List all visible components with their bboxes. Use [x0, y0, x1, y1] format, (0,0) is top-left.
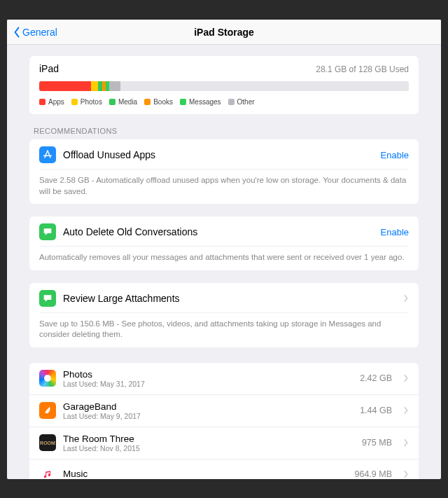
swatch-icon [109, 99, 115, 105]
garageband-icon [39, 402, 56, 419]
storage-summary: iPad 28.1 GB of 128 GB Used AppsPhotosMe… [29, 56, 419, 114]
device-name: iPad [39, 63, 59, 74]
recommendation-header: Offload Unused AppsEnable [29, 139, 419, 169]
app-info: The Room ThreeLast Used: Nov 8, 2015 [63, 434, 355, 452]
legend-item-media: Media [109, 98, 137, 106]
swatch-icon [71, 99, 78, 105]
swatch-icon [180, 99, 186, 105]
app-last-used: Last Used: Nov 8, 2015 [63, 444, 355, 452]
app-size: 964.9 MB [354, 469, 392, 479]
app-name: GarageBand [63, 401, 353, 412]
chevron-right-icon [403, 374, 409, 382]
recommendation-2: Review Large AttachmentsSave up to 150.6… [29, 283, 419, 347]
app-info: Music [63, 469, 347, 479]
recommendation-body: Save 2.58 GB - Automatically offload unu… [39, 169, 409, 204]
photos-icon [39, 370, 56, 387]
chevron-right-icon [403, 294, 409, 303]
bar-segment-other [109, 81, 120, 91]
messages-icon [39, 290, 56, 307]
app-info: GarageBandLast Used: May 9, 2017 [63, 401, 353, 420]
swatch-icon [144, 99, 150, 105]
enable-button[interactable]: Enable [381, 227, 409, 237]
chevron-left-icon [13, 27, 21, 38]
legend-label: Media [118, 98, 137, 106]
recommendation-body: Save up to 150.6 MB - See photos, videos… [39, 312, 409, 347]
recommendation-0: Offload Unused AppsEnableSave 2.58 GB - … [29, 139, 419, 204]
room-icon: ROOM [39, 434, 56, 451]
app-row-music[interactable]: Music964.9 MB [29, 459, 419, 479]
app-info: PhotosLast Used: May 31, 2017 [63, 369, 353, 388]
back-label: General [22, 27, 57, 38]
messages-icon [39, 223, 56, 240]
section-recommendations: RECOMMENDATIONS [34, 127, 419, 135]
app-name: Photos [63, 369, 353, 380]
chevron-right-icon [403, 470, 409, 478]
app-name: Music [63, 469, 347, 479]
app-last-used: Last Used: May 9, 2017 [63, 412, 353, 420]
recommendation-title: Auto Delete Old Conversations [63, 226, 374, 237]
app-last-used: Last Used: May 31, 2017 [63, 380, 353, 388]
legend-item-apps: Apps [39, 98, 64, 106]
apps-list: PhotosLast Used: May 31, 20172.42 GBGara… [29, 363, 419, 479]
nav-bar: General iPad Storage [7, 20, 441, 45]
bar-segment-photos [91, 81, 99, 91]
recommendation-header: Auto Delete Old ConversationsEnable [29, 216, 419, 246]
legend-item-other: Other [228, 98, 255, 106]
legend-item-books: Books [144, 98, 173, 106]
appstore-icon [39, 146, 56, 163]
app-row-photos[interactable]: PhotosLast Used: May 31, 20172.42 GB [29, 363, 419, 394]
chevron-right-icon [403, 438, 409, 447]
storage-usage: 28.1 GB of 128 GB Used [316, 64, 409, 74]
back-button[interactable]: General [7, 27, 57, 38]
storage-bar [39, 81, 409, 91]
chevron-right-icon [403, 406, 409, 415]
music-icon [39, 466, 56, 479]
recommendation-title: Offload Unused Apps [63, 149, 374, 160]
bar-segment-apps [39, 81, 91, 91]
recommendation-1: Auto Delete Old ConversationsEnableAutom… [29, 216, 419, 270]
app-size: 1.44 GB [360, 406, 392, 415]
recommendation-title: Review Large Attachments [63, 293, 396, 304]
legend-label: Photos [80, 98, 102, 106]
legend-label: Messages [189, 98, 221, 106]
legend-label: Other [237, 98, 255, 106]
recommendation-header[interactable]: Review Large Attachments [29, 283, 419, 312]
app-row-garageband[interactable]: GarageBandLast Used: May 9, 20171.44 GB [29, 394, 419, 427]
legend-label: Apps [48, 98, 64, 106]
legend-label: Books [153, 98, 173, 106]
app-size: 975 MB [362, 438, 392, 448]
app-size: 2.42 GB [360, 373, 392, 383]
swatch-icon [39, 99, 46, 105]
enable-button[interactable]: Enable [381, 150, 409, 160]
page-title: iPad Storage [7, 27, 441, 38]
swatch-icon [228, 99, 234, 105]
app-name: The Room Three [63, 434, 355, 444]
legend-item-photos: Photos [71, 98, 102, 106]
legend-item-messages: Messages [180, 98, 221, 106]
app-row-the-room-three[interactable]: ROOMThe Room ThreeLast Used: Nov 8, 2015… [29, 427, 419, 459]
recommendation-body: Automatically removes all your messages … [39, 246, 409, 270]
storage-legend: AppsPhotosMediaBooksMessagesOther [39, 98, 409, 106]
